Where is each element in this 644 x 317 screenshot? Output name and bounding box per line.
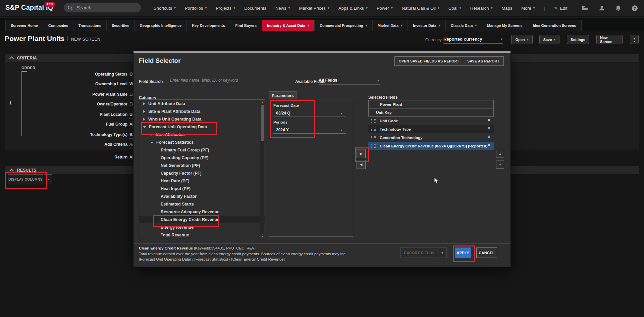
display-columns-button[interactable]: DISPLAY COLUMNS <box>8 174 43 184</box>
scroll-up-icon[interactable]: ▲ <box>260 100 264 104</box>
tab-commercial-prospecting[interactable]: Commercial Prospecting▾ <box>315 20 373 31</box>
save-button[interactable]: Save▾ <box>539 35 559 44</box>
selected-field-row[interactable]: Generation Technology× <box>368 133 494 142</box>
tab-classic-data[interactable]: Classic Data▾ <box>446 20 482 31</box>
tree-item-label: Net Generation (PF) <box>161 163 200 168</box>
menu-portfolios[interactable]: Portfolios▾ <box>185 6 207 11</box>
menu-natural-gas-oil[interactable]: Natural Gas & Oil▾ <box>402 6 439 11</box>
menu-shortcuts[interactable]: Shortcuts▾ <box>154 6 176 11</box>
remove-field-arrow-button[interactable]: ◀ <box>357 160 366 169</box>
edit-button[interactable]: ✎Edit <box>554 6 567 11</box>
search-input[interactable] <box>76 5 131 11</box>
tree-item[interactable]: Operating Capacity (PF) <box>139 154 265 162</box>
caret-down-icon[interactable]: ▾ <box>340 129 342 132</box>
tree-item[interactable]: Resource Adequacy Revenue <box>139 208 265 216</box>
menu-maps[interactable]: Maps <box>501 6 512 11</box>
tree-scrollbar[interactable]: ▲ ▼ <box>260 100 264 238</box>
tree-item[interactable]: Unit Attribute Data <box>139 100 265 107</box>
drag-handle-icon[interactable] <box>371 127 376 131</box>
drag-handle-icon[interactable] <box>371 119 376 123</box>
menu-label: Projects <box>216 6 231 11</box>
tab-securities[interactable]: Securities <box>107 20 135 31</box>
tree-item[interactable]: Availability Factor <box>139 192 265 200</box>
drag-handle-icon[interactable] <box>371 136 376 139</box>
caret-down-icon: ▾ <box>391 6 393 10</box>
tree-item[interactable]: Heat Input (PF) <box>139 185 265 192</box>
remove-field-x-icon[interactable]: × <box>488 126 490 131</box>
menu-news[interactable]: News▾ <box>275 6 290 11</box>
selected-field-row[interactable]: Unit Code× <box>368 117 494 125</box>
caret-down-icon: ▾ <box>366 24 367 27</box>
add-field-arrow-button[interactable]: ▶ <box>357 149 366 158</box>
tab-key-developments[interactable]: Key Developments <box>187 20 230 31</box>
move-field-down-button[interactable]: ▼ <box>496 161 504 169</box>
menu-documents[interactable]: Documents <box>244 6 266 11</box>
settings-button[interactable]: Settings <box>567 35 589 44</box>
display-columns-caret-button[interactable]: ▾ <box>44 174 52 184</box>
tab-screener-home[interactable]: Screener Home <box>5 20 43 31</box>
tab-find-buyers[interactable]: Find Buyers <box>230 20 262 31</box>
remove-field-x-icon[interactable]: × <box>488 118 490 122</box>
move-field-up-button[interactable]: ▲ <box>496 150 504 158</box>
open-button[interactable]: Open▾ <box>511 35 533 44</box>
save-as-report-button[interactable]: SAVE AS REPORT <box>463 56 504 66</box>
tree-item[interactable]: Capacity Factor (PF) <box>139 169 265 177</box>
menu-projects[interactable]: Projects▾ <box>216 6 235 11</box>
cancel-button[interactable]: CANCEL <box>476 247 497 258</box>
currency-select[interactable]: Reported currency ▾ <box>443 37 503 44</box>
tab-manage-my-screens[interactable]: Manage My Screens <box>482 20 528 31</box>
menu-research[interactable]: Research▾ <box>470 6 493 11</box>
menu-market-prices[interactable]: Market Prices▾ <box>299 6 329 11</box>
export-fields-button[interactable]: EXPORT FIELDS <box>400 247 438 258</box>
remove-field-x-icon[interactable]: × <box>488 143 490 147</box>
kebab-menu-button[interactable]: ⋮ <box>630 35 639 44</box>
field-name: Clean Energy Credit Revenue <box>139 246 193 250</box>
selected-field-row[interactable]: Technology Type× <box>368 125 494 133</box>
export-fields-caret-button[interactable]: ▾ <box>438 247 447 258</box>
tree-item-clean-energy-credit-revenue[interactable]: Clean Energy Credit Revenue <box>139 216 265 223</box>
tab-idea-generation-screens[interactable]: Idea Generation Screens <box>528 20 582 31</box>
remove-field-x-icon[interactable]: × <box>488 134 490 139</box>
tree-item[interactable]: Heat Rate (PF) <box>139 177 265 185</box>
tree-item[interactable]: Primary Fuel Group (PF) <box>139 146 265 154</box>
tree-item[interactable]: Site & Plant Attribute Data <box>139 107 265 115</box>
tree-item[interactable]: Unit Attributes <box>139 131 265 138</box>
scrollbar-thumb[interactable] <box>261 105 264 141</box>
tab-industry-asset-data[interactable]: Industry & Asset Data▾ <box>262 20 315 31</box>
new-screen-button[interactable]: New Screen <box>596 35 623 44</box>
tree-item[interactable]: Net Generation (PF) <box>139 162 265 169</box>
caret-down-icon[interactable]: ▾ <box>340 112 342 115</box>
menu-coal[interactable]: Coal▾ <box>448 6 461 11</box>
help-icon[interactable]: ? <box>631 5 638 11</box>
tab-geographic-intelligence[interactable]: Geographic Intelligence <box>135 20 187 31</box>
available-fields-select[interactable]: All Fields ▾ <box>319 78 380 85</box>
tab-investor-data[interactable]: Investor Data▾ <box>408 20 446 31</box>
open-saved-fields-as-report-button[interactable]: OPEN SAVED FIELDS AS REPORT <box>394 56 464 66</box>
selected-field-row-clean-energy-credit-revenue[interactable]: Clean Energy Credit Revenue [03/24 Q|(20… <box>368 142 494 150</box>
apply-button[interactable]: APPLY <box>455 247 471 258</box>
tab-companies[interactable]: Companies <box>43 20 73 31</box>
user-icon[interactable] <box>598 5 605 11</box>
menu-more[interactable]: More▾ <box>521 6 535 11</box>
tab-market-data[interactable]: Market Data▾ <box>373 20 408 31</box>
tree-item[interactable]: Forecast Statistics <box>139 138 265 146</box>
favorite-star-icon[interactable]: ☆ <box>59 36 64 42</box>
tree-item[interactable]: Total Revenue <box>139 231 265 239</box>
tree-item[interactable]: Energy Revenue <box>139 223 265 231</box>
drag-handle-icon[interactable] <box>371 144 376 148</box>
menu-power[interactable]: Power▾ <box>377 6 393 11</box>
menu-apps-links[interactable]: Apps & Links▾ <box>338 6 368 11</box>
tree-item-label: Estimated Starts <box>161 202 194 207</box>
scroll-down-icon[interactable]: ▼ <box>260 234 264 238</box>
field-search-input[interactable] <box>169 77 285 84</box>
parameters-tab[interactable]: Parameters <box>269 91 297 99</box>
caret-down-icon: ▾ <box>491 6 492 10</box>
tree-item-forecast-unit-operating-data[interactable]: Forecast Unit Operating Data <box>139 123 265 131</box>
tree-item[interactable]: Estimated Starts <box>139 200 265 208</box>
tree-item-label: Energy Revenue <box>161 225 194 230</box>
notifications-bell-icon[interactable] <box>615 5 622 11</box>
tree-item[interactable]: Whole Unit Operating Data <box>139 115 265 123</box>
tab-transactions[interactable]: Transactions <box>73 20 107 31</box>
global-search[interactable] <box>64 3 141 12</box>
open-folder-icon[interactable] <box>582 5 589 11</box>
